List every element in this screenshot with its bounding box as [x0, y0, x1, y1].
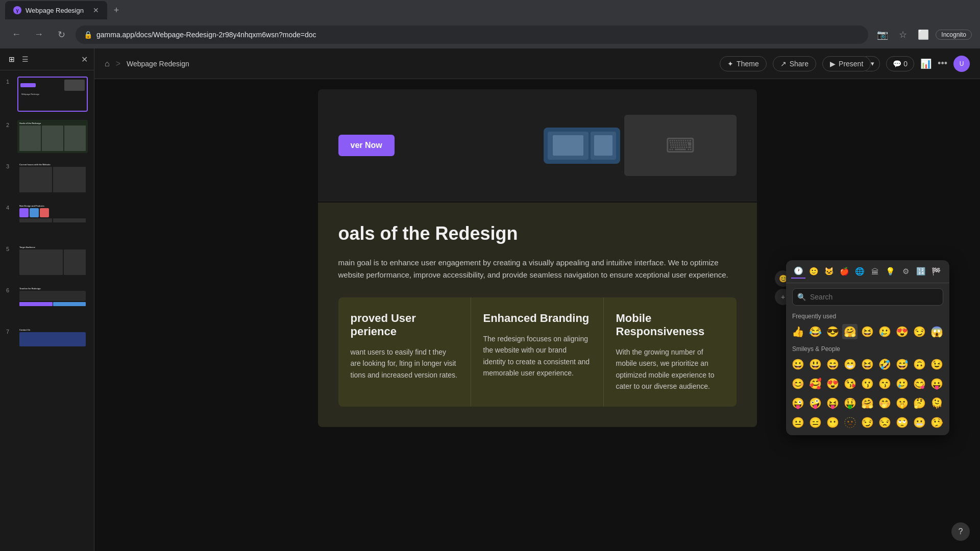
- slide-item[interactable]: 2 Goals of the Redesign: [4, 118, 90, 155]
- emoji-cat-flags[interactable]: 🏁: [929, 264, 943, 279]
- emoji-cell[interactable]: 😊: [790, 376, 805, 391]
- emoji-search-input[interactable]: [792, 288, 943, 306]
- slide-thumbnail[interactable]: Webpage Redesign: [17, 77, 88, 112]
- slide-thumbnail[interactable]: Timeline for Redesign: [17, 285, 88, 318]
- emoji-picker[interactable]: 🕐 🙂 🐱 🍎 🌐 🏛 💡 ⚙ 🔢 🏁 🔍 Frequently used 👍 …: [786, 260, 949, 435]
- emoji-cell[interactable]: 🤔: [912, 395, 927, 411]
- emoji-cell[interactable]: 😎: [825, 324, 840, 339]
- emoji-cell-hovered[interactable]: 🤗: [842, 324, 857, 339]
- slide-thumbnail[interactable]: Goals of the Redesign: [17, 120, 88, 153]
- camera-off-icon[interactable]: 📷: [874, 27, 891, 43]
- emoji-cell[interactable]: 😱: [929, 324, 944, 339]
- emoji-cell[interactable]: 😑: [807, 415, 823, 430]
- emoji-cell[interactable]: 🤥: [929, 415, 944, 430]
- emoji-cell[interactable]: 😁: [842, 357, 857, 372]
- present-button[interactable]: ▶ Present: [822, 56, 871, 71]
- emoji-cell[interactable]: 😉: [929, 357, 944, 372]
- emoji-cell[interactable]: 😃: [807, 357, 823, 372]
- reload-button[interactable]: ↻: [53, 27, 69, 43]
- emoji-cell[interactable]: 😐: [790, 415, 805, 430]
- active-tab[interactable]: γ Webpage Redesign ✕: [5, 1, 107, 19]
- emoji-cat-food[interactable]: 🍎: [837, 264, 851, 279]
- emoji-cell[interactable]: 🫠: [929, 395, 944, 411]
- more-options-button[interactable]: •••: [938, 58, 947, 69]
- emoji-cat-numbers[interactable]: 🔢: [914, 264, 928, 279]
- browser-toolbar: ← → ↻ 🔒 gamma.app/docs/Webpage-Redesign-…: [0, 20, 980, 48]
- slide-thumbnail[interactable]: Target Audience: [17, 244, 88, 277]
- list-view-button[interactable]: ☰: [19, 54, 31, 65]
- emoji-cell[interactable]: 😏: [912, 324, 927, 339]
- slide-2-body: main goal is to enhance user engagement …: [338, 257, 737, 281]
- emoji-cell[interactable]: 🫥: [842, 415, 857, 430]
- emoji-cell[interactable]: 😅: [894, 357, 910, 372]
- emoji-cell[interactable]: 🙄: [894, 415, 910, 430]
- emoji-cell[interactable]: 😍: [825, 376, 840, 391]
- emoji-cell[interactable]: 😆: [860, 324, 875, 339]
- new-tab-button[interactable]: +: [109, 3, 124, 17]
- grid-view-button[interactable]: ⊞: [6, 54, 17, 65]
- bookmark-star-icon[interactable]: ☆: [895, 27, 911, 43]
- slide-item[interactable]: 5 Target Audience: [4, 242, 90, 279]
- emoji-cell[interactable]: 🤭: [877, 395, 892, 411]
- sidebar-close-button[interactable]: ✕: [81, 55, 88, 64]
- analytics-button[interactable]: 📊: [920, 58, 932, 69]
- emoji-cell[interactable]: 😗: [860, 376, 875, 391]
- emoji-cell[interactable]: 😙: [877, 376, 892, 391]
- emoji-cat-objects[interactable]: 💡: [883, 264, 897, 279]
- emoji-cell[interactable]: 👍: [790, 324, 805, 339]
- tablet-icon[interactable]: ⬜: [915, 27, 932, 43]
- forward-button[interactable]: →: [31, 27, 47, 43]
- emoji-cat-recent[interactable]: 🕐: [791, 264, 805, 279]
- address-bar[interactable]: 🔒 gamma.app/docs/Webpage-Redesign-2r98y4…: [76, 26, 868, 44]
- emoji-cell[interactable]: 🤪: [807, 395, 823, 411]
- slide-thumbnail[interactable]: Current Issues with the Website: [17, 161, 88, 194]
- share-button[interactable]: ↗ Share: [773, 56, 816, 71]
- emoji-cell[interactable]: 🥰: [807, 376, 823, 391]
- browser-toolbar-actions: 📷 ☆ ⬜ Incognito: [874, 27, 972, 43]
- present-dropdown-button[interactable]: ▾: [866, 56, 880, 71]
- emoji-cell[interactable]: 😏: [860, 415, 875, 430]
- emoji-cell[interactable]: 😄: [825, 357, 840, 372]
- emoji-cell[interactable]: 😋: [912, 376, 927, 391]
- emoji-cell[interactable]: 😆: [860, 357, 875, 372]
- slide-item[interactable]: 7 Contact Us: [4, 324, 90, 362]
- emoji-cell[interactable]: 😂: [807, 324, 823, 339]
- help-button[interactable]: ?: [951, 522, 970, 541]
- emoji-cat-animals[interactable]: 🐱: [822, 264, 836, 279]
- slide-item[interactable]: 6 Timeline for Redesign: [4, 283, 90, 320]
- emoji-cell[interactable]: 🤑: [842, 395, 857, 411]
- slide-item[interactable]: 1 Webpage Redesign: [4, 74, 90, 114]
- emoji-cat-symbols[interactable]: ⚙: [898, 264, 913, 279]
- tab-close-button[interactable]: ✕: [93, 6, 99, 14]
- emoji-cell[interactable]: 😛: [929, 376, 944, 391]
- emoji-cat-activities[interactable]: 🏛: [868, 264, 882, 279]
- discover-now-button[interactable]: ver Now: [338, 135, 395, 156]
- emoji-cell[interactable]: 🥲: [894, 376, 910, 391]
- emoji-cell[interactable]: 😀: [790, 357, 805, 372]
- comment-button[interactable]: 💬 0: [886, 56, 914, 71]
- emoji-cell[interactable]: 😝: [825, 395, 840, 411]
- back-button[interactable]: ←: [8, 27, 24, 43]
- emoji-cell[interactable]: 😘: [842, 376, 857, 391]
- slide-thumbnail[interactable]: Contact Us: [17, 327, 88, 360]
- emoji-cat-travel[interactable]: 🌐: [852, 264, 867, 279]
- smileys-grid-row3: 😜 🤪 😝 🤑 🤗 🤭 🤫 🤔 🫠: [786, 393, 949, 413]
- emoji-cell[interactable]: 😒: [877, 415, 892, 430]
- slide-thumbnail[interactable]: New Design and Features: [17, 203, 88, 236]
- slide-item[interactable]: 3 Current Issues with the Website: [4, 159, 90, 196]
- emoji-cell[interactable]: 😜: [790, 395, 805, 411]
- emoji-cell[interactable]: 🤗: [860, 395, 875, 411]
- slide-item[interactable]: 4 New Design and Features: [4, 201, 90, 238]
- emoji-cat-smileys[interactable]: 🙂: [806, 264, 821, 279]
- emoji-cell[interactable]: 😶: [825, 415, 840, 430]
- emoji-cell[interactable]: 😍: [894, 324, 910, 339]
- home-button[interactable]: ⌂: [105, 59, 110, 68]
- tab-favicon: γ: [13, 6, 21, 14]
- theme-button[interactable]: ✦ Theme: [720, 56, 767, 71]
- emoji-cell[interactable]: 😬: [912, 415, 927, 430]
- emoji-cell[interactable]: 🤣: [877, 357, 892, 372]
- emoji-cell[interactable]: 🥲: [877, 324, 892, 339]
- emoji-cell[interactable]: 🤫: [894, 395, 910, 411]
- user-avatar[interactable]: U: [953, 56, 970, 72]
- emoji-cell[interactable]: 🙃: [912, 357, 927, 372]
